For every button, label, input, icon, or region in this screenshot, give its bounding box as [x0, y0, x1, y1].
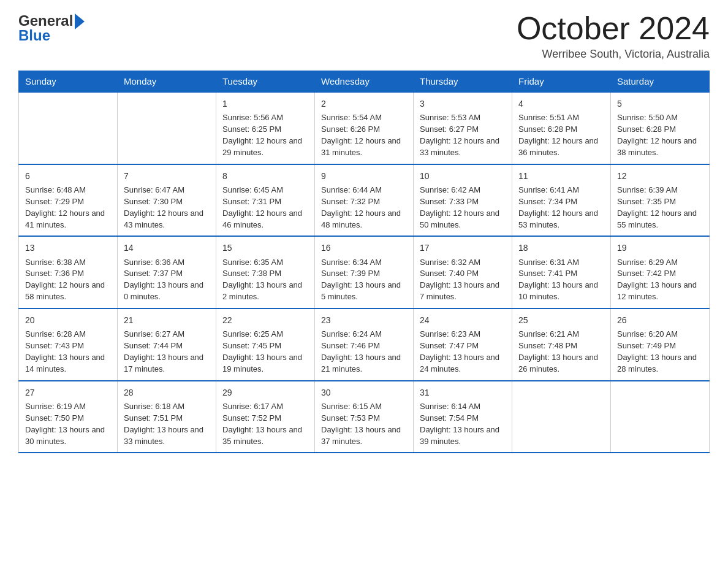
calendar-table: SundayMondayTuesdayWednesdayThursdayFrid…: [18, 71, 710, 453]
sunrise-text: Sunrise: 6:41 AM: [518, 185, 604, 196]
sunrise-text: Sunrise: 6:21 AM: [518, 329, 604, 340]
sunset-text: Sunset: 7:30 PM: [124, 196, 210, 208]
calendar-cell: 2Sunrise: 5:54 AMSunset: 6:26 PMDaylight…: [315, 92, 414, 164]
calendar-cell: 23Sunrise: 6:24 AMSunset: 7:46 PMDayligh…: [315, 308, 414, 381]
day-number: 17: [420, 242, 506, 254]
day-number: 20: [25, 314, 111, 326]
daylight-text: Daylight: 12 hours and 38 minutes.: [617, 136, 703, 159]
day-number: 12: [617, 170, 703, 182]
day-number: 19: [617, 242, 703, 254]
sunrise-text: Sunrise: 5:51 AM: [518, 112, 604, 124]
sunset-text: Sunset: 7:46 PM: [321, 340, 407, 352]
sunrise-text: Sunrise: 6:23 AM: [420, 329, 506, 340]
sunset-text: Sunset: 7:34 PM: [518, 196, 604, 208]
daylight-text: Daylight: 13 hours and 37 minutes.: [321, 424, 407, 448]
daylight-text: Daylight: 13 hours and 30 minutes.: [25, 424, 111, 448]
sunset-text: Sunset: 7:29 PM: [25, 196, 111, 208]
daylight-text: Daylight: 13 hours and 0 minutes.: [124, 280, 210, 303]
sunset-text: Sunset: 7:48 PM: [518, 340, 604, 352]
calendar-cell: 11Sunrise: 6:41 AMSunset: 7:34 PMDayligh…: [512, 164, 611, 237]
sunrise-text: Sunrise: 6:42 AM: [420, 185, 506, 196]
calendar-cell: 1Sunrise: 5:56 AMSunset: 6:25 PMDaylight…: [216, 92, 315, 164]
calendar-cell: 26Sunrise: 6:20 AMSunset: 7:49 PMDayligh…: [611, 308, 710, 381]
sunrise-text: Sunrise: 6:45 AM: [222, 185, 308, 196]
day-number: 22: [222, 314, 308, 326]
sunrise-text: Sunrise: 6:38 AM: [25, 257, 111, 269]
calendar-cell: 21Sunrise: 6:27 AMSunset: 7:44 PMDayligh…: [118, 308, 216, 381]
sunset-text: Sunset: 7:47 PM: [420, 340, 506, 352]
sunset-text: Sunset: 7:42 PM: [617, 268, 703, 280]
sunset-text: Sunset: 7:33 PM: [420, 196, 506, 208]
location-text: Werribee South, Victoria, Australia: [517, 48, 710, 61]
calendar-cell: 16Sunrise: 6:34 AMSunset: 7:39 PMDayligh…: [315, 236, 414, 308]
calendar-cell: 9Sunrise: 6:44 AMSunset: 7:32 PMDaylight…: [315, 164, 414, 237]
calendar-cell: 15Sunrise: 6:35 AMSunset: 7:38 PMDayligh…: [216, 236, 315, 308]
calendar-cell: 28Sunrise: 6:18 AMSunset: 7:51 PMDayligh…: [118, 381, 216, 453]
calendar-cell: 4Sunrise: 5:51 AMSunset: 6:28 PMDaylight…: [512, 92, 611, 164]
sunset-text: Sunset: 7:49 PM: [617, 340, 703, 352]
day-number: 7: [124, 170, 210, 182]
calendar-cell: 30Sunrise: 6:15 AMSunset: 7:53 PMDayligh…: [315, 381, 414, 453]
sunset-text: Sunset: 6:26 PM: [321, 124, 407, 136]
sunset-text: Sunset: 6:27 PM: [420, 124, 506, 136]
day-number: 21: [124, 314, 210, 326]
sunset-text: Sunset: 7:41 PM: [518, 268, 604, 280]
daylight-text: Daylight: 13 hours and 7 minutes.: [420, 280, 506, 303]
day-number: 14: [124, 242, 210, 254]
calendar-cell: [118, 92, 216, 164]
sunset-text: Sunset: 7:43 PM: [25, 340, 111, 352]
sunrise-text: Sunrise: 6:17 AM: [222, 401, 308, 413]
daylight-text: Daylight: 13 hours and 19 minutes.: [222, 352, 308, 375]
calendar-cell: 8Sunrise: 6:45 AMSunset: 7:31 PMDaylight…: [216, 164, 315, 237]
day-number: 31: [420, 386, 506, 399]
sunset-text: Sunset: 7:32 PM: [321, 196, 407, 208]
sunrise-text: Sunrise: 6:25 AM: [222, 329, 308, 340]
daylight-text: Daylight: 12 hours and 58 minutes.: [25, 280, 111, 303]
sunrise-text: Sunrise: 5:56 AM: [222, 112, 308, 124]
sunrise-text: Sunrise: 6:44 AM: [321, 185, 407, 196]
calendar-cell: 12Sunrise: 6:39 AMSunset: 7:35 PMDayligh…: [611, 164, 710, 237]
title-section: October 2024 Werribee South, Victoria, A…: [517, 12, 710, 61]
sunset-text: Sunset: 6:28 PM: [617, 124, 703, 136]
sunrise-text: Sunrise: 6:19 AM: [25, 401, 111, 413]
day-number: 29: [222, 386, 308, 399]
sunset-text: Sunset: 7:50 PM: [25, 413, 111, 424]
calendar-cell: 31Sunrise: 6:14 AMSunset: 7:54 PMDayligh…: [414, 381, 512, 453]
calendar-cell: 18Sunrise: 6:31 AMSunset: 7:41 PMDayligh…: [512, 236, 611, 308]
logo: General Blue: [18, 12, 85, 44]
day-number: 8: [222, 170, 308, 182]
daylight-text: Daylight: 13 hours and 24 minutes.: [420, 352, 506, 375]
column-header-wednesday: Wednesday: [315, 71, 414, 93]
column-header-tuesday: Tuesday: [216, 71, 315, 93]
column-header-monday: Monday: [118, 71, 216, 93]
day-number: 15: [222, 242, 308, 254]
daylight-text: Daylight: 13 hours and 14 minutes.: [25, 352, 111, 375]
daylight-text: Daylight: 12 hours and 36 minutes.: [518, 136, 604, 159]
calendar-cell: 24Sunrise: 6:23 AMSunset: 7:47 PMDayligh…: [414, 308, 512, 381]
calendar-cell: 14Sunrise: 6:36 AMSunset: 7:37 PMDayligh…: [118, 236, 216, 308]
sunrise-text: Sunrise: 6:48 AM: [25, 185, 111, 196]
column-header-sunday: Sunday: [19, 71, 118, 93]
sunrise-text: Sunrise: 6:14 AM: [420, 401, 506, 413]
daylight-text: Daylight: 13 hours and 17 minutes.: [124, 352, 210, 375]
logo-arrow-icon: [75, 13, 85, 29]
calendar-cell: 6Sunrise: 6:48 AMSunset: 7:29 PMDaylight…: [19, 164, 118, 237]
daylight-text: Daylight: 12 hours and 43 minutes.: [124, 208, 210, 231]
calendar-week-row: 6Sunrise: 6:48 AMSunset: 7:29 PMDaylight…: [19, 164, 710, 237]
sunrise-text: Sunrise: 6:18 AM: [124, 401, 210, 413]
calendar-cell: [19, 92, 118, 164]
day-number: 27: [25, 386, 111, 399]
daylight-text: Daylight: 13 hours and 39 minutes.: [420, 424, 506, 448]
daylight-text: Daylight: 12 hours and 31 minutes.: [321, 136, 407, 159]
calendar-cell: 27Sunrise: 6:19 AMSunset: 7:50 PMDayligh…: [19, 381, 118, 453]
sunrise-text: Sunrise: 6:34 AM: [321, 257, 407, 269]
daylight-text: Daylight: 12 hours and 55 minutes.: [617, 208, 703, 231]
sunrise-text: Sunrise: 5:54 AM: [321, 112, 407, 124]
daylight-text: Daylight: 13 hours and 35 minutes.: [222, 424, 308, 448]
day-number: 11: [518, 170, 604, 182]
calendar-cell: 20Sunrise: 6:28 AMSunset: 7:43 PMDayligh…: [19, 308, 118, 381]
daylight-text: Daylight: 13 hours and 12 minutes.: [617, 280, 703, 303]
month-year-title: October 2024: [517, 12, 710, 44]
day-number: 1: [222, 98, 308, 110]
calendar-cell: [611, 381, 710, 453]
